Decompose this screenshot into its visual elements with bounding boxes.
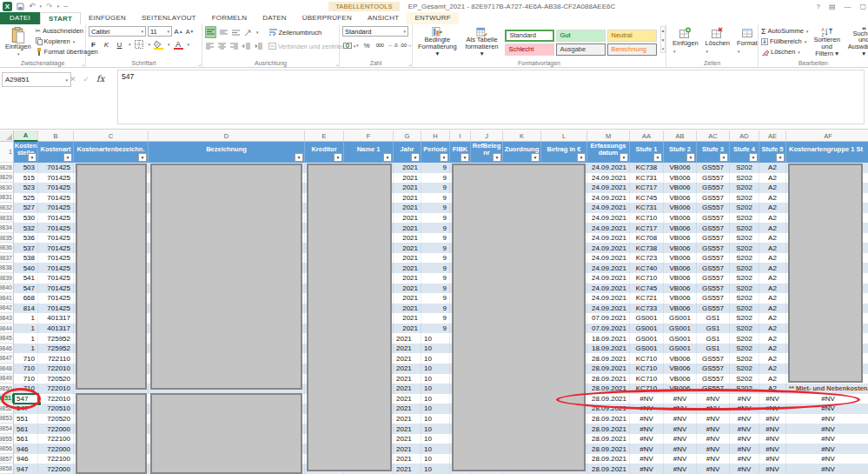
cell[interactable]: VB006 — [664, 263, 697, 273]
cell[interactable]: 10 — [421, 464, 450, 474]
cell[interactable]: #NV — [759, 454, 786, 464]
cell[interactable]: 9 — [421, 213, 450, 224]
cell[interactable]: #NV — [786, 424, 868, 434]
cell[interactable]: VB006 — [664, 304, 697, 314]
column-header-AF[interactable]: AF — [786, 130, 868, 142]
cell[interactable]: 541 — [14, 273, 38, 284]
cell[interactable]: KC731 — [630, 203, 664, 213]
cell[interactable]: 551 — [14, 414, 38, 424]
filter-button[interactable]: ▼ — [653, 153, 662, 162]
cell[interactable]: 10 — [421, 344, 450, 354]
tab-start[interactable]: START — [40, 12, 81, 24]
cell[interactable]: A2 — [759, 243, 786, 253]
cell[interactable]: 24.09.2021 — [587, 193, 630, 204]
cell[interactable]: #NV — [730, 414, 759, 424]
cell[interactable]: GS1 — [697, 313, 730, 324]
cell[interactable]: 722110 — [38, 353, 74, 364]
cell[interactable]: KC733 — [630, 304, 664, 314]
cell[interactable]: 701425 — [38, 304, 74, 314]
font-name-combo[interactable]: Calibri▾ — [89, 26, 146, 37]
cell[interactable]: S202 — [730, 333, 759, 344]
dialog-launcher-icon[interactable]: ⌟ — [408, 60, 411, 66]
cell[interactable]: 2021 — [394, 304, 421, 314]
cell[interactable]: GS1 — [697, 333, 730, 344]
row-header[interactable]: 9847 — [0, 353, 14, 364]
fill-color-button[interactable] — [154, 39, 163, 50]
cell[interactable]: #NV — [697, 424, 730, 434]
decrease-indent-button[interactable] — [242, 41, 251, 51]
cell[interactable]: 523 — [14, 183, 38, 193]
cell[interactable]: #NV — [630, 454, 664, 464]
cell[interactable]: #NV — [786, 414, 868, 424]
cell[interactable]: 722010 — [38, 384, 74, 394]
row-header[interactable]: 9833 — [0, 213, 14, 224]
row-header[interactable]: 9854 — [0, 424, 14, 434]
dialog-launcher-icon[interactable]: ⌟ — [198, 60, 201, 66]
column-header-B[interactable]: B — [38, 130, 74, 142]
cell[interactable]: 2021 — [394, 243, 421, 253]
cell[interactable]: #NV — [730, 424, 759, 434]
cell[interactable]: KC738 — [630, 243, 664, 253]
cell[interactable]: A2 — [759, 223, 786, 233]
cell[interactable]: KC717 — [630, 183, 664, 193]
cell[interactable]: #NV — [664, 434, 697, 444]
minimize-button[interactable]: — — [844, 3, 851, 10]
cell[interactable]: 2021 — [394, 333, 421, 344]
cell[interactable]: 24.09.2021 — [587, 284, 630, 294]
cell[interactable]: S202 — [730, 364, 759, 374]
tab-seitenlayout[interactable]: SEITENLAYOUT — [134, 12, 204, 24]
filter-button[interactable]: ▼ — [749, 153, 758, 162]
cell[interactable]: 2021 — [394, 193, 421, 204]
cell[interactable]: A2 — [759, 374, 786, 384]
restore-button[interactable]: ▢ — [859, 3, 866, 10]
column-header-G[interactable]: G — [394, 130, 421, 142]
cell[interactable]: 2021 — [394, 444, 421, 454]
cell[interactable]: 710 — [14, 353, 38, 364]
italic-button[interactable]: K — [102, 39, 111, 50]
cell[interactable]: VB006 — [664, 173, 697, 184]
cell[interactable]: 18.09.2021 — [587, 333, 630, 344]
cell[interactable]: 401317 — [38, 313, 74, 324]
cell[interactable]: GS001 — [630, 313, 664, 324]
cell-style-schlecht[interactable]: Schlecht — [505, 43, 554, 56]
cell[interactable]: 9 — [421, 273, 450, 284]
cell[interactable]: #NV — [697, 434, 730, 444]
cell[interactable]: 701425 — [38, 163, 74, 173]
cell[interactable]: #NV — [786, 464, 868, 474]
cell[interactable]: #NV — [664, 444, 697, 454]
filter-button[interactable]: ▼ — [295, 153, 303, 162]
cell[interactable]: A2 — [759, 233, 786, 244]
cell[interactable]: A2 — [759, 344, 786, 354]
cell[interactable]: KC723 — [630, 253, 664, 264]
cell[interactable]: 9 — [421, 203, 450, 213]
cell[interactable]: 2021 — [394, 203, 421, 213]
tab-ansicht[interactable]: ANSICHT — [360, 12, 407, 24]
cell[interactable]: 9 — [421, 173, 450, 184]
dialog-launcher-icon[interactable]: ⌟ — [335, 60, 338, 66]
grow-font-button[interactable]: A▲ — [174, 26, 183, 37]
cell[interactable]: 701425 — [38, 183, 74, 193]
format-as-table-button[interactable]: Als Tabelle formatieren ▾ — [463, 26, 501, 58]
enter-icon[interactable]: ✓ — [83, 75, 90, 83]
tab-datei[interactable]: DATEI — [0, 12, 40, 24]
cell[interactable]: 525 — [14, 193, 38, 204]
cell[interactable]: 722100 — [38, 454, 74, 464]
cell[interactable]: 720510 — [38, 404, 74, 414]
column-header-AE[interactable]: AE — [759, 130, 786, 142]
cell[interactable]: 2021 — [394, 263, 421, 273]
cell[interactable]: 946 — [14, 444, 38, 454]
cell[interactable]: A2 — [759, 353, 786, 364]
borders-button[interactable] — [135, 39, 144, 50]
cell[interactable]: 2021 — [394, 293, 421, 304]
column-header-AB[interactable]: AB — [664, 130, 697, 142]
cell[interactable]: 2021 — [394, 253, 421, 264]
cell[interactable]: 10 — [421, 374, 450, 384]
name-box-dropdown-icon[interactable]: ▾ — [65, 77, 68, 83]
paste-button[interactable]: Einfügen▾ — [3, 26, 34, 58]
cell[interactable]: VB006 — [664, 243, 697, 253]
gallery-up-icon[interactable]: ▲ — [661, 28, 666, 33]
row-header[interactable]: 9857 — [0, 454, 14, 464]
cell[interactable]: S202 — [730, 273, 759, 284]
cell[interactable]: #NV — [664, 464, 697, 474]
filter-button[interactable]: ▼ — [334, 153, 342, 162]
